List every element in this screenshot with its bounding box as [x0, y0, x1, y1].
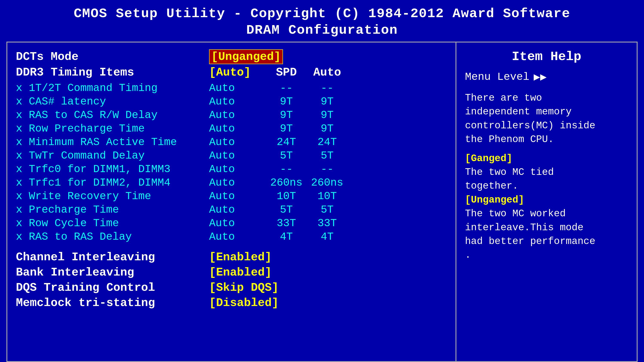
ddr3-spd-label: SPD: [265, 66, 308, 79]
timing-x-marker: x: [16, 109, 29, 121]
timing-spd-value: 33T: [265, 217, 308, 229]
ddr3-header-row: DDR3 Timing Items [Auto] SPD Auto: [16, 66, 447, 79]
setting-row: Memclock tri-stating[Disabled]: [16, 296, 447, 310]
timing-row: xWrite Recovery TimeAuto10T10T: [16, 190, 447, 202]
left-panel: DCTs Mode [Unganged] DDR3 Timing Items […: [7, 42, 456, 361]
timing-auto-value: Auto: [209, 231, 265, 243]
help-text-line: The two MC tied: [465, 165, 628, 179]
settings-container: Channel Interleaving[Enabled]Bank Interl…: [16, 251, 447, 312]
timing-spd-value: 4T: [265, 231, 308, 243]
timing-auto2-value: 260ns: [308, 177, 346, 189]
timing-x-marker: x: [16, 177, 29, 189]
timing-auto2-value: 33T: [308, 217, 346, 229]
timing-spd-value: 24T: [265, 136, 308, 148]
timing-row: xRow Cycle TimeAuto33T33T: [16, 217, 447, 229]
menu-level-arrows: ▶▶: [534, 70, 546, 83]
timing-auto-value: Auto: [209, 109, 265, 121]
timing-item-label: Row Cycle Time: [29, 217, 209, 229]
setting-row: Bank Interleaving[Enabled]: [16, 266, 447, 279]
timing-auto2-value: 24T: [308, 136, 346, 148]
timing-auto-value: Auto: [209, 190, 265, 202]
ddr3-auto-value[interactable]: [Auto]: [209, 66, 265, 79]
timing-auto2-value: --: [308, 82, 346, 94]
help-text-line: independent memory: [465, 105, 628, 119]
timing-row: xPrecharge TimeAuto5T5T: [16, 204, 447, 216]
timing-item-label: Precharge Time: [29, 204, 209, 216]
setting-value[interactable]: [Enabled]: [209, 266, 272, 279]
timing-auto2-value: 5T: [308, 204, 346, 216]
timing-row: xTwTr Command DelayAuto5T5T: [16, 150, 447, 162]
timing-x-marker: x: [16, 95, 29, 108]
help-text-line: together.: [465, 179, 628, 193]
setting-value[interactable]: [Skip DQS]: [209, 281, 279, 294]
help-text-line: interleave.This mode: [465, 221, 628, 235]
timing-auto-value: Auto: [209, 95, 265, 108]
timing-x-marker: x: [16, 136, 29, 148]
help-text-line: [Ganged]: [465, 152, 628, 165]
timing-item-label: Minimum RAS Active Time: [29, 136, 209, 148]
timing-auto-value: Auto: [209, 122, 265, 135]
dcts-mode-label: DCTs Mode: [16, 50, 209, 63]
timing-row: xTrfc0 for DIMM1, DIMM3Auto----: [16, 163, 447, 175]
timing-x-marker: x: [16, 217, 29, 229]
timing-row: xRAS to CAS R/W DelayAuto9T9T: [16, 109, 447, 121]
timing-auto-value: Auto: [209, 82, 265, 94]
header-area: CMOS Setup Utility - Copyright (C) 1984-…: [0, 0, 644, 42]
timing-auto-value: Auto: [209, 204, 265, 216]
timing-spd-value: --: [265, 82, 308, 94]
timing-row: xRAS to RAS DelayAuto4T4T: [16, 231, 447, 243]
dcts-mode-value[interactable]: [Unganged]: [209, 49, 283, 64]
help-text-line: The two MC worked: [465, 207, 628, 221]
timing-row: xRow Precharge TimeAuto9T9T: [16, 122, 447, 135]
help-text-line: had better performance: [465, 235, 628, 248]
ddr3-auto-right: Auto: [308, 66, 346, 79]
timing-auto-value: Auto: [209, 217, 265, 229]
timing-auto2-value: 9T: [308, 122, 346, 135]
timing-spd-value: 5T: [265, 204, 308, 216]
timing-auto2-value: 4T: [308, 231, 346, 243]
main-container: DCTs Mode [Unganged] DDR3 Timing Items […: [6, 42, 638, 362]
help-text-line: [Unganged]: [465, 193, 628, 207]
setting-value[interactable]: [Disabled]: [209, 296, 279, 310]
item-help-title: Item Help: [465, 49, 628, 64]
timing-spd-value: 5T: [265, 150, 308, 162]
dcts-mode-row: DCTs Mode [Unganged]: [16, 49, 447, 64]
timing-item-label: RAS to CAS R/W Delay: [29, 109, 209, 121]
right-panel: Item Help Menu Level ▶▶ There are twoind…: [456, 42, 637, 361]
timing-rows-container: x1T/2T Command TimingAuto----xCAS# laten…: [16, 82, 447, 244]
header-subtitle: DRAM Configuration: [0, 22, 644, 38]
setting-label: DQS Training Control: [16, 281, 209, 294]
menu-level-label: Menu Level: [465, 71, 529, 83]
timing-auto-value: Auto: [209, 136, 265, 148]
menu-level-row: Menu Level ▶▶: [465, 70, 628, 83]
setting-row: Channel Interleaving[Enabled]: [16, 251, 447, 264]
setting-label: Bank Interleaving: [16, 266, 209, 279]
timing-x-marker: x: [16, 231, 29, 243]
help-text-line: There are two: [465, 91, 628, 105]
timing-spd-value: 9T: [265, 122, 308, 135]
spacer: [16, 244, 447, 251]
timing-x-marker: x: [16, 163, 29, 175]
help-text-line: [465, 147, 628, 152]
timing-item-label: Trfc0 for DIMM1, DIMM3: [29, 163, 209, 175]
timing-spd-value: 9T: [265, 109, 308, 121]
timing-row: xCAS# latencyAuto9T9T: [16, 95, 447, 108]
help-text-line: controllers(MC) inside: [465, 119, 628, 133]
timing-x-marker: x: [16, 190, 29, 202]
timing-spd-value: 260ns: [265, 177, 308, 189]
header-title: CMOS Setup Utility - Copyright (C) 1984-…: [0, 6, 644, 21]
timing-item-label: 1T/2T Command Timing: [29, 82, 209, 94]
setting-label: Memclock tri-stating: [16, 296, 209, 310]
timing-row: xMinimum RAS Active TimeAuto24T24T: [16, 136, 447, 148]
timing-auto-value: Auto: [209, 163, 265, 175]
timing-spd-value: --: [265, 163, 308, 175]
timing-x-marker: x: [16, 82, 29, 94]
timing-item-label: Write Recovery Time: [29, 190, 209, 202]
help-text-container: There are twoindependent memorycontrolle…: [465, 91, 628, 262]
setting-value[interactable]: [Enabled]: [209, 251, 272, 264]
timing-item-label: CAS# latency: [29, 95, 209, 108]
help-text-line: .: [465, 248, 628, 262]
timing-auto2-value: 10T: [308, 190, 346, 202]
timing-auto-value: Auto: [209, 177, 265, 189]
timing-row: xTrfc1 for DIMM2, DIMM4Auto260ns260ns: [16, 177, 447, 189]
